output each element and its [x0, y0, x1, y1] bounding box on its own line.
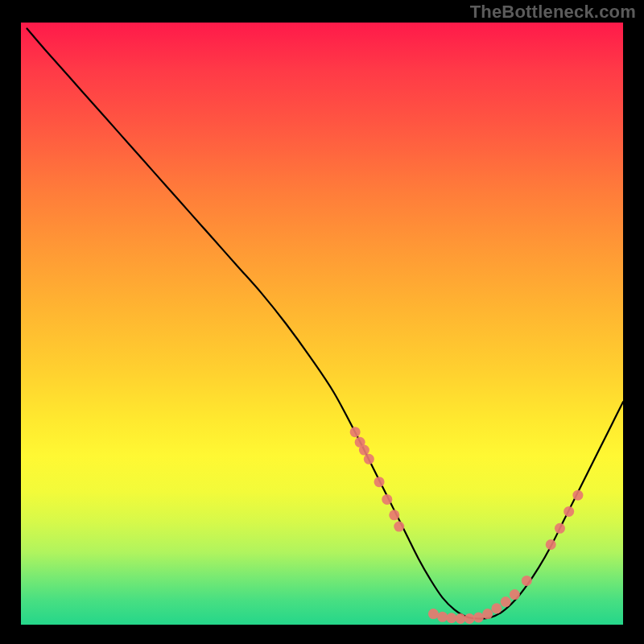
plot-area [21, 23, 623, 625]
chart-frame: TheBottleneck.com [0, 0, 644, 644]
watermark-text: TheBottleneck.com [470, 2, 636, 23]
heat-gradient-background [21, 23, 623, 625]
